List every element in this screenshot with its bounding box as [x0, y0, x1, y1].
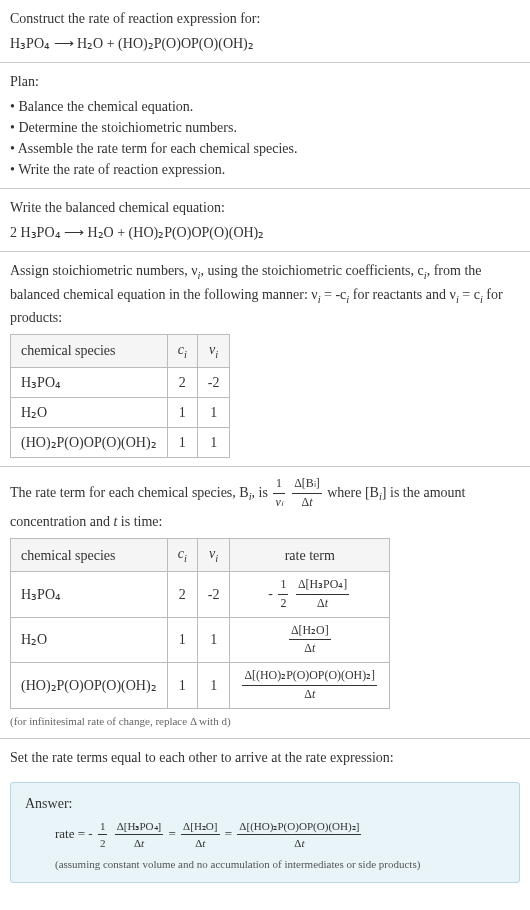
fraction: 1 2: [278, 576, 288, 613]
table-row: H₃PO₄ 2 -2: [11, 367, 230, 397]
answer-equation: rate = - 1 2 Δ[H₃PO₄] Δt = Δ[H₂O] Δt = Δ…: [25, 818, 505, 852]
cell-species: (HO)₂P(O)OP(O)(OH)₂: [11, 427, 168, 457]
cell-ci: 1: [167, 397, 197, 427]
frac-den: Δt: [181, 835, 219, 852]
frac-num: 1: [278, 576, 288, 595]
final-intro: Set the rate terms equal to each other t…: [10, 747, 520, 768]
text: Assign stoichiometric numbers, ν: [10, 263, 198, 278]
plan-item: • Assemble the rate term for each chemic…: [10, 138, 520, 159]
frac-num: Δ[Bᵢ]: [292, 475, 322, 494]
cell-species: H₂O: [11, 397, 168, 427]
table-row: H₂O 1 1 Δ[H₂O] Δt: [11, 617, 390, 663]
text: = c: [459, 287, 480, 302]
frac-den: Δt: [242, 686, 377, 704]
rateterm-intro: The rate term for each chemical species,…: [10, 475, 520, 533]
cell-rate: Δ[H₂O] Δt: [230, 617, 390, 663]
cell-vi: -2: [197, 367, 230, 397]
cell-species: H₃PO₄: [11, 571, 168, 617]
cell-rate: - 1 2 Δ[H₃PO₄] Δt: [230, 571, 390, 617]
cell-ci: 1: [167, 617, 197, 663]
final-section: Set the rate terms equal to each other t…: [0, 739, 530, 776]
th-species: chemical species: [11, 335, 168, 368]
rateterm-table: chemical species ci νi rate term H₃PO₄ 2…: [10, 538, 390, 709]
answer-box: Answer: rate = - 1 2 Δ[H₃PO₄] Δt = Δ[H₂O…: [10, 782, 520, 884]
frac-num: Δ[H₂O]: [181, 818, 219, 836]
fraction: Δ[H₃PO₄] Δt: [296, 576, 349, 613]
frac-num: Δ[H₃PO₄]: [115, 818, 164, 836]
frac-den: Δt: [237, 835, 361, 852]
text: The rate term for each chemical species,…: [10, 484, 249, 499]
cell-vi: 1: [197, 663, 230, 709]
text: where [B: [327, 484, 379, 499]
table-row: (HO)₂P(O)OP(O)(OH)₂ 1 1 Δ[(HO)₂P(O)OP(O)…: [11, 663, 390, 709]
frac-den: Δt: [292, 494, 322, 512]
frac-den: νᵢ: [273, 494, 284, 512]
fraction: Δ[H₂O] Δt: [289, 622, 331, 659]
fraction: Δ[(HO)₂P(O)OP(O)(OH)₂] Δt: [242, 667, 377, 704]
prompt-section: Construct the rate of reaction expressio…: [0, 0, 530, 63]
text: = -c: [321, 287, 347, 302]
frac-num: Δ[H₃PO₄]: [296, 576, 349, 595]
frac-den: 2: [278, 595, 288, 613]
rateterm-note: (for infinitesimal rate of change, repla…: [10, 713, 520, 730]
plan-section: Plan: • Balance the chemical equation. •…: [0, 63, 530, 189]
table-row: H₂O 1 1: [11, 397, 230, 427]
prompt-text: Construct the rate of reaction expressio…: [10, 8, 520, 29]
fraction: Δ[(HO)₂P(O)OP(O)(OH)₂] Δt: [237, 818, 361, 852]
fraction: Δ[H₂O] Δt: [181, 818, 219, 852]
cell-ci: 2: [167, 367, 197, 397]
rate-prefix: rate = -: [55, 826, 93, 841]
plan-title: Plan:: [10, 71, 520, 92]
text: , using the stoichiometric coefficients,…: [200, 263, 423, 278]
rateterm-section: The rate term for each chemical species,…: [0, 467, 530, 739]
text: , is: [252, 484, 272, 499]
frac-den: Δt: [289, 640, 331, 658]
cell-ci: 2: [167, 571, 197, 617]
th-vi: νi: [197, 335, 230, 368]
cell-vi: 1: [197, 397, 230, 427]
plan-item: • Determine the stoichiometric numbers.: [10, 117, 520, 138]
fraction: 1 νᵢ: [273, 475, 284, 512]
neg-sign: -: [268, 585, 273, 600]
plan-item: • Balance the chemical equation.: [10, 96, 520, 117]
th-vi: νi: [197, 539, 230, 572]
stoich-table: chemical species ci νi H₃PO₄ 2 -2 H₂O 1 …: [10, 334, 230, 458]
frac-den: 2: [98, 835, 108, 852]
unbalanced-equation: H₃PO₄ ⟶ H₂O + (HO)₂P(O)OP(O)(OH)₂: [10, 33, 520, 54]
plan-list: • Balance the chemical equation. • Deter…: [10, 96, 520, 180]
frac-num: Δ[(HO)₂P(O)OP(O)(OH)₂]: [237, 818, 361, 836]
text: is time:: [117, 514, 162, 529]
frac-num: Δ[(HO)₂P(O)OP(O)(OH)₂]: [242, 667, 377, 686]
cell-ci: 1: [167, 427, 197, 457]
table-header: chemical species ci νi rate term: [11, 539, 390, 572]
text: for reactants and ν: [349, 287, 456, 302]
answer-note: (assuming constant volume and no accumul…: [25, 856, 505, 873]
cell-rate: Δ[(HO)₂P(O)OP(O)(OH)₂] Δt: [230, 663, 390, 709]
fraction: Δ[H₃PO₄] Δt: [115, 818, 164, 852]
th-species: chemical species: [11, 539, 168, 572]
frac-den: Δt: [115, 835, 164, 852]
table-header: chemical species ci νi: [11, 335, 230, 368]
table-row: (HO)₂P(O)OP(O)(OH)₂ 1 1: [11, 427, 230, 457]
balanced-title: Write the balanced chemical equation:: [10, 197, 520, 218]
cell-vi: 1: [197, 427, 230, 457]
frac-den: Δt: [296, 595, 349, 613]
plan-item: • Write the rate of reaction expression.: [10, 159, 520, 180]
stoich-section: Assign stoichiometric numbers, νi, using…: [0, 252, 530, 467]
fraction: 1 2: [98, 818, 108, 852]
equals: =: [169, 826, 180, 841]
fraction: Δ[Bᵢ] Δt: [292, 475, 322, 512]
table-row: H₃PO₄ 2 -2 - 1 2 Δ[H₃PO₄] Δt: [11, 571, 390, 617]
stoich-intro: Assign stoichiometric numbers, νi, using…: [10, 260, 520, 328]
equals: =: [225, 826, 236, 841]
frac-num: 1: [98, 818, 108, 836]
frac-num: 1: [273, 475, 284, 494]
th-ci: ci: [167, 539, 197, 572]
balanced-equation: 2 H₃PO₄ ⟶ H₂O + (HO)₂P(O)OP(O)(OH)₂: [10, 222, 520, 243]
cell-species: H₂O: [11, 617, 168, 663]
cell-species: H₃PO₄: [11, 367, 168, 397]
frac-num: Δ[H₂O]: [289, 622, 331, 641]
cell-vi: 1: [197, 617, 230, 663]
th-ci: ci: [167, 335, 197, 368]
th-rate: rate term: [230, 539, 390, 572]
